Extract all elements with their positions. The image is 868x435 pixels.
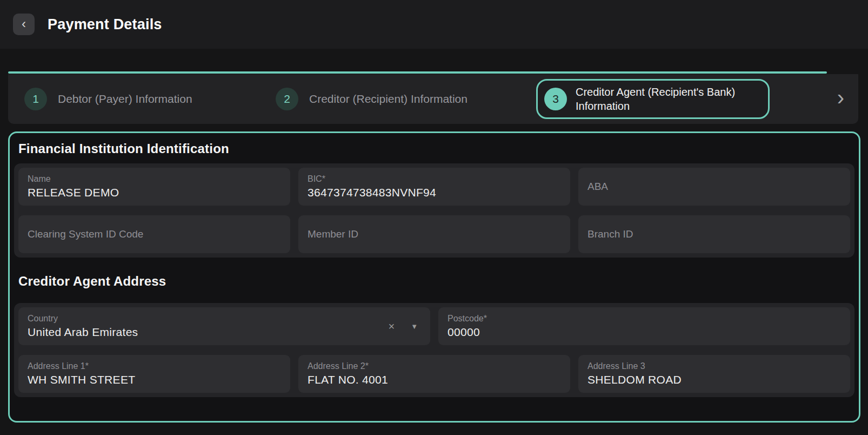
name-field-label: Name bbox=[28, 174, 281, 184]
creditor-agent-address-fields-group: Country United Arab Emirates × ▼ Postcod… bbox=[14, 303, 854, 397]
name-field-value: RELEASE DEMO bbox=[28, 186, 281, 199]
stepper-next-button[interactable]: › bbox=[837, 87, 844, 111]
address-line-2-field[interactable]: Address Line 2* FLAT NO. 4001 bbox=[298, 355, 570, 393]
address-line-3-field[interactable]: Address Line 3 SHELDOM ROAD bbox=[578, 355, 850, 393]
section-title-financial-institution: Financial Institution Identification bbox=[18, 141, 850, 156]
step-2-label: Creditor (Recipient) Information bbox=[309, 93, 468, 106]
clearing-system-id-code-label: Clearing System ID Code bbox=[28, 228, 281, 240]
name-field[interactable]: Name RELEASE DEMO bbox=[18, 168, 290, 206]
address-line-3-value: SHELDOM ROAD bbox=[587, 373, 841, 386]
chevron-right-icon: › bbox=[837, 85, 844, 109]
address-row-2: Address Line 1* WH SMITH STREET Address … bbox=[18, 355, 850, 393]
chevron-left-icon: ‹ bbox=[22, 17, 26, 30]
member-id-label: Member ID bbox=[308, 228, 561, 240]
clear-icon[interactable]: × bbox=[388, 321, 395, 332]
bic-field-value: 3647374738483NVNF94 bbox=[308, 186, 561, 199]
clearing-system-id-code-field[interactable]: Clearing System ID Code bbox=[18, 215, 290, 253]
address-line-2-value: FLAT NO. 4001 bbox=[308, 373, 561, 386]
country-select-icons: × ▼ bbox=[388, 321, 421, 332]
address-line-2-label: Address Line 2* bbox=[308, 361, 561, 371]
step-3-label: Creditor Agent (Recipient's Bank) Inform… bbox=[576, 85, 765, 113]
branch-id-label: Branch ID bbox=[587, 228, 841, 240]
country-select-field[interactable]: Country United Arab Emirates × ▼ bbox=[18, 307, 430, 345]
address-line-1-label: Address Line 1* bbox=[28, 361, 281, 371]
aba-field-label: ABA bbox=[587, 181, 841, 193]
postcode-field-label: Postcode* bbox=[448, 314, 841, 324]
step-3-number: 3 bbox=[544, 88, 567, 110]
section-title-creditor-agent-address: Creditor Agent Address bbox=[18, 274, 850, 289]
payment-details-screen: ‹ Payment Details 1 Debtor (Payer) Infor… bbox=[0, 0, 868, 435]
step-creditor-agent-information-active[interactable]: 3 Creditor Agent (Recipient's Bank) Info… bbox=[536, 79, 770, 119]
header: ‹ Payment Details bbox=[0, 0, 868, 49]
creditor-agent-form-panel: Financial Institution Identification Nam… bbox=[8, 131, 860, 423]
address-row-1: Country United Arab Emirates × ▼ Postcod… bbox=[18, 307, 850, 345]
financial-institution-fields-group: Name RELEASE DEMO BIC* 3647374738483NVNF… bbox=[14, 163, 854, 258]
address-line-1-field[interactable]: Address Line 1* WH SMITH STREET bbox=[18, 355, 290, 393]
stepper-accent-line bbox=[8, 71, 827, 74]
bic-field[interactable]: BIC* 3647374738483NVNF94 bbox=[298, 168, 570, 206]
bic-field-label: BIC* bbox=[308, 174, 561, 184]
back-button[interactable]: ‹ bbox=[13, 14, 35, 35]
page-title: Payment Details bbox=[48, 16, 162, 33]
address-line-1-value: WH SMITH STREET bbox=[28, 373, 281, 386]
step-creditor-information[interactable]: 2 Creditor (Recipient) Information bbox=[276, 88, 536, 110]
postcode-field-value: 00000 bbox=[448, 326, 841, 339]
postcode-field[interactable]: Postcode* 00000 bbox=[438, 307, 850, 345]
country-field-value: United Arab Emirates bbox=[28, 326, 388, 339]
dropdown-arrow-icon[interactable]: ▼ bbox=[411, 323, 418, 330]
aba-field[interactable]: ABA bbox=[578, 168, 850, 206]
country-select-main: Country United Arab Emirates bbox=[28, 314, 388, 339]
address-line-3-label: Address Line 3 bbox=[587, 361, 841, 371]
stepper: 1 Debtor (Payer) Information 2 Creditor … bbox=[8, 74, 858, 124]
branch-id-field[interactable]: Branch ID bbox=[578, 215, 850, 253]
fii-row-1: Name RELEASE DEMO BIC* 3647374738483NVNF… bbox=[18, 168, 850, 206]
step-debtor-information[interactable]: 1 Debtor (Payer) Information bbox=[8, 88, 276, 110]
member-id-field[interactable]: Member ID bbox=[298, 215, 570, 253]
step-2-number: 2 bbox=[276, 88, 298, 110]
step-1-label: Debtor (Payer) Information bbox=[58, 93, 192, 106]
country-field-label: Country bbox=[28, 314, 388, 324]
step-1-number: 1 bbox=[24, 88, 47, 110]
fii-row-2: Clearing System ID Code Member ID Branch… bbox=[18, 215, 850, 253]
